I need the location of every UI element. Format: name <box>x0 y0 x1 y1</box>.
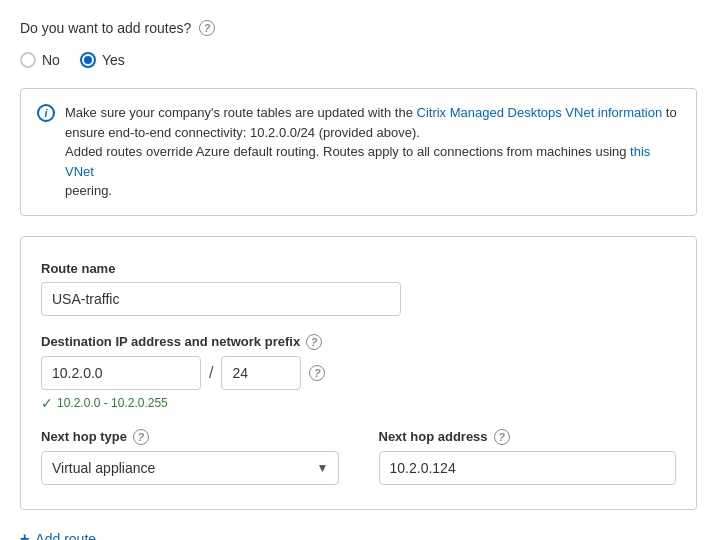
ip-prefix-row: / ? <box>41 356 676 390</box>
dest-ip-input[interactable] <box>41 356 201 390</box>
route-card: Route name Destination IP address and ne… <box>20 236 697 510</box>
radio-yes-input[interactable] <box>80 52 96 68</box>
route-name-label: Route name <box>41 261 676 276</box>
route-name-input[interactable] <box>41 282 401 316</box>
prefix-help-icon[interactable]: ? <box>309 365 325 381</box>
question-label: Do you want to add routes? <box>20 20 191 36</box>
next-hop-address-group: Next hop address ? <box>379 429 677 485</box>
radio-no-input[interactable] <box>20 52 36 68</box>
info-icon: i <box>37 104 55 122</box>
validation-text: ✓ 10.2.0.0 - 10.2.0.255 <box>41 395 676 411</box>
radio-no-label: No <box>42 52 60 68</box>
info-text-content: Make sure your company's route tables ar… <box>65 103 680 201</box>
radio-group: No Yes <box>20 52 697 68</box>
next-hop-type-select[interactable]: Virtual appliance VNet gateway Internet … <box>41 451 339 485</box>
question-row: Do you want to add routes? ? <box>20 20 697 36</box>
next-hop-address-label: Next hop address ? <box>379 429 677 445</box>
check-icon: ✓ <box>41 395 53 411</box>
route-name-group: Route name <box>41 261 676 316</box>
bottom-row: Next hop type ? Virtual appliance VNet g… <box>41 429 676 485</box>
info-link-vnet-peering[interactable]: this VNet <box>65 144 650 179</box>
add-route-row[interactable]: + Add route <box>20 530 697 541</box>
dest-ip-group: Destination IP address and network prefi… <box>41 334 676 411</box>
dest-ip-help-icon[interactable]: ? <box>306 334 322 350</box>
info-link-vnet[interactable]: Citrix Managed Desktops VNet information <box>417 105 663 120</box>
next-hop-type-select-wrapper: Virtual appliance VNet gateway Internet … <box>41 451 339 485</box>
radio-yes-option[interactable]: Yes <box>80 52 125 68</box>
radio-no-option[interactable]: No <box>20 52 60 68</box>
next-hop-address-help-icon[interactable]: ? <box>494 429 510 445</box>
info-box: i Make sure your company's route tables … <box>20 88 697 216</box>
next-hop-type-label: Next hop type ? <box>41 429 339 445</box>
next-hop-type-help-icon[interactable]: ? <box>133 429 149 445</box>
plus-icon: + <box>20 530 29 541</box>
question-help-icon[interactable]: ? <box>199 20 215 36</box>
dest-ip-label: Destination IP address and network prefi… <box>41 334 676 350</box>
next-hop-type-group: Next hop type ? Virtual appliance VNet g… <box>41 429 339 485</box>
radio-yes-label: Yes <box>102 52 125 68</box>
slash-divider: / <box>209 364 213 382</box>
next-hop-address-input[interactable] <box>379 451 677 485</box>
add-route-label: Add route <box>35 531 96 541</box>
prefix-input[interactable] <box>221 356 301 390</box>
